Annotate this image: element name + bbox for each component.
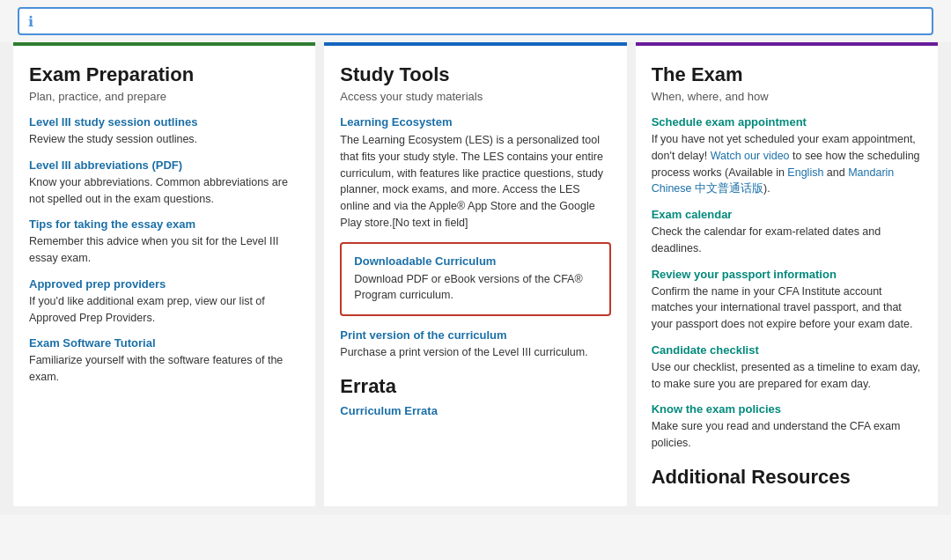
exam-policies-text: Make sure you read and understand the CF… [652, 418, 922, 452]
study-session-text: Review the study session outlines. [29, 131, 299, 148]
study-tools-subtitle: Access your study materials [340, 90, 610, 103]
info-icon: ℹ [28, 13, 33, 30]
curriculum-errata-link[interactable]: Curriculum Errata [340, 404, 438, 417]
abbreviations-link[interactable]: Level III abbreviations (PDF) [29, 158, 299, 172]
print-curriculum-link[interactable]: Print version of the curriculum [340, 328, 610, 342]
exam-preparation-column: Exam Preparation Plan, practice, and pre… [13, 42, 315, 506]
downloadable-text: Download PDF or eBook versions of the CF… [354, 271, 596, 305]
errata-title: Errata [340, 375, 610, 398]
schedule-exam-link[interactable]: Schedule exam appointment [652, 115, 922, 129]
exam-calendar-link[interactable]: Exam calendar [652, 208, 922, 221]
english-link[interactable]: English [787, 166, 823, 179]
passport-text: Confirm the name in your CFA Institute a… [652, 284, 922, 333]
learning-ecosystem-title: Learning Ecosystem [340, 115, 610, 129]
additional-resources-title: Additional Resources [652, 466, 922, 489]
candidate-checklist-link[interactable]: Candidate checklist [652, 343, 922, 357]
study-session-link[interactable]: Level III study session outlines [29, 115, 299, 129]
essay-tips-text: Remember this advice when you sit for th… [29, 233, 299, 267]
candidate-checklist-text: Use our checklist, presented as a timeli… [652, 359, 922, 393]
exam-prep-title: Exam Preparation [29, 63, 299, 86]
study-tools-title: Study Tools [340, 63, 610, 86]
the-exam-title: The Exam [652, 63, 922, 86]
downloadable-title: Downloadable Curriculum [354, 254, 596, 268]
watch-video-link[interactable]: Watch our video [711, 150, 790, 162]
learning-ecosystem-text: The Learning Ecosystem (LES) is a person… [340, 132, 610, 232]
prep-providers-link[interactable]: Approved prep providers [29, 277, 299, 291]
main-content: Exam Preparation Plan, practice, and pre… [0, 42, 951, 515]
essay-tips-link[interactable]: Tips for taking the essay exam [29, 217, 299, 231]
the-exam-subtitle: When, where, and how [652, 90, 922, 103]
software-tutorial-text: Familiarize yourself with the software f… [29, 352, 299, 386]
print-curriculum-text: Purchase a print version of the Level II… [340, 344, 610, 361]
prep-providers-text: If you'd like additional exam prep, view… [29, 293, 299, 327]
study-tools-column: Study Tools Access your study materials … [324, 42, 626, 506]
downloadable-curriculum-box[interactable]: Downloadable Curriculum Download PDF or … [340, 242, 610, 317]
the-exam-column: The Exam When, where, and how Schedule e… [636, 42, 938, 506]
exam-prep-subtitle: Plan, practice, and prepare [29, 90, 299, 103]
exam-calendar-text: Check the calendar for exam-related date… [652, 224, 922, 257]
software-tutorial-link[interactable]: Exam Software Tutorial [29, 336, 299, 350]
top-bar: ℹ [18, 7, 933, 35]
abbreviations-text: Know your abbreviations. Common abbrevia… [29, 174, 299, 208]
schedule-exam-text: If you have not yet scheduled your exam … [652, 131, 922, 197]
exam-policies-link[interactable]: Know the exam policies [652, 402, 922, 416]
passport-link[interactable]: Review your passport information [652, 268, 922, 281]
